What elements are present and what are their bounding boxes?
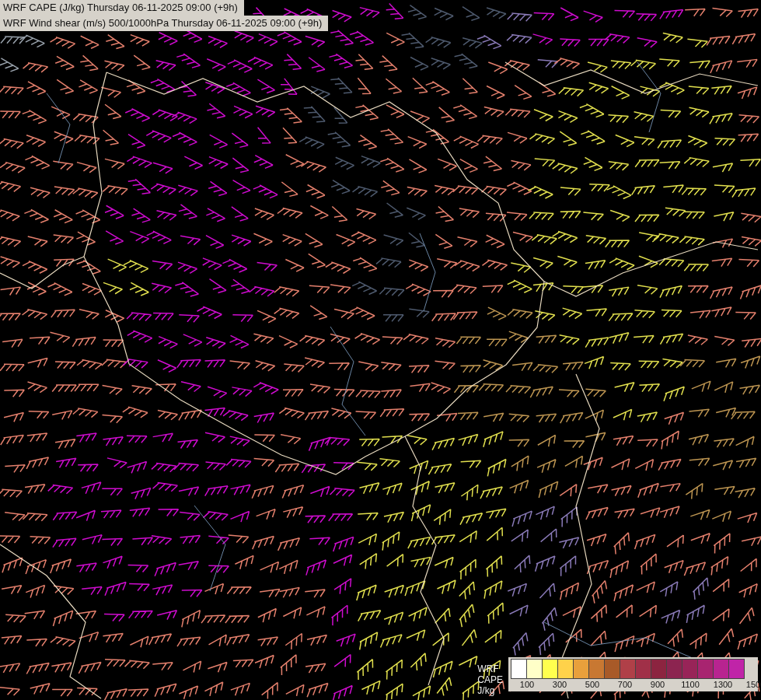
legend-title-line1: WRF [477, 663, 503, 674]
legend-ticks: 100300500700900110013001500 [511, 679, 756, 691]
legend-swatch [604, 659, 620, 679]
legend-colorbar-panel: 100300500700900110013001500 [508, 657, 758, 691]
legend-swatch [713, 659, 729, 679]
legend-swatch [557, 659, 574, 679]
legend-swatch [542, 659, 558, 679]
wind-barb-field [0, 0, 761, 700]
legend-swatch [588, 659, 605, 679]
legend-tick-label: 1300 [714, 680, 732, 689]
legend-swatch [573, 659, 589, 679]
wrf-weather-map: WRF CAPE (J/kg) Thursday 06-11-2025 09:0… [0, 0, 761, 700]
legend-tick-label: 500 [585, 680, 599, 689]
legend-title: WRF CAPE J/kg [477, 657, 503, 696]
legend-swatch [620, 659, 636, 679]
legend-title-line2: CAPE [477, 674, 503, 685]
legend-tick-label: 300 [553, 680, 567, 689]
header-title-cape: WRF CAPE (J/kg) Thursday 06-11-2025 09:0… [0, 0, 244, 16]
legend-tick-label: 900 [651, 680, 665, 689]
legend-swatch [728, 659, 745, 679]
header-title-shear: WRF Wind shear (m/s) 500/1000hPa Thursda… [0, 16, 328, 31]
legend-tick-label: 700 [618, 680, 632, 689]
legend-swatch [526, 659, 543, 679]
legend-tick-label: 1100 [681, 680, 700, 689]
legend-swatch [697, 659, 714, 679]
cape-legend: WRF CAPE J/kg 10030050070090011001300150… [477, 657, 758, 696]
legend-tick-label: 1500 [746, 680, 761, 689]
map-header: WRF CAPE (J/kg) Thursday 06-11-2025 09:0… [0, 0, 328, 31]
legend-swatch [635, 659, 651, 679]
legend-swatch [682, 659, 698, 679]
legend-tick-label: 100 [520, 680, 534, 689]
legend-swatch [511, 659, 527, 679]
legend-swatch [666, 659, 682, 679]
legend-title-line3: J/kg [477, 685, 503, 696]
legend-swatch [651, 659, 667, 679]
legend-swatches [511, 659, 756, 679]
